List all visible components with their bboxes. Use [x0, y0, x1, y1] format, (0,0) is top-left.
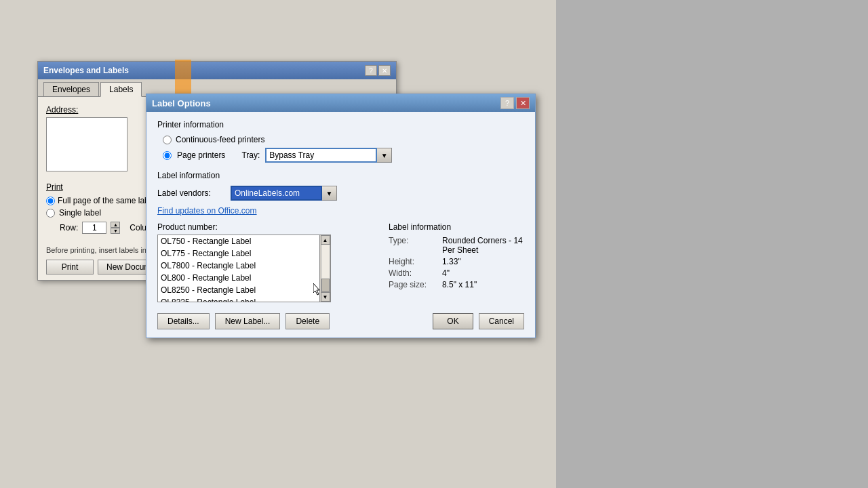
label-pagesize-val: 8.5" x 11" — [442, 280, 477, 289]
label-info-section: Label information Label vendors: OnlineL… — [157, 171, 524, 201]
list-item[interactable]: OL7800 - Rectangle Label — [158, 260, 319, 272]
scroll-thumb[interactable] — [321, 279, 330, 292]
label-info-panel-title: Label information — [389, 222, 524, 232]
label-height-row: Height: 1.33" — [389, 257, 524, 266]
list-item[interactable]: OL750 - Rectangle Label — [158, 235, 319, 247]
label-type-val: Rounded Corners - 14 Per Sheet — [442, 236, 524, 255]
label-width-val: 4" — [442, 268, 450, 278]
page-printers-label: Page printers — [177, 150, 225, 160]
new-label-button[interactable]: New Label... — [215, 313, 281, 329]
vendor-label: Label vendors: — [157, 188, 225, 198]
details-button[interactable]: Details... — [157, 313, 210, 329]
label-type-key: Type: — [389, 236, 439, 255]
label-pagesize-row: Page size: 8.5" x 11" — [389, 280, 524, 289]
label-footer-right: OK Cancel — [433, 313, 524, 329]
ok-button[interactable]: OK — [433, 313, 473, 329]
label-close-button[interactable]: ✕ — [516, 97, 530, 109]
page-printers-row: Page printers Tray: ▼ — [163, 148, 524, 163]
product-list: OL750 - Rectangle Label OL775 - Rectangl… — [157, 235, 320, 302]
label-cancel-button[interactable]: Cancel — [479, 313, 524, 329]
row-spinbox-up[interactable]: ▲ — [111, 222, 120, 228]
printer-info-title: Printer information — [157, 120, 524, 129]
label-titlebar-buttons: ? ✕ — [500, 97, 530, 109]
scroll-up-button[interactable]: ▲ — [321, 235, 330, 245]
vendor-row: Label vendors: OnlineLabels.com ▼ — [157, 186, 524, 201]
continuous-feed-row: Continuous-feed printers — [163, 135, 524, 144]
label-info-panel: Label information Type: Rounded Corners … — [389, 222, 524, 302]
tray-select[interactable] — [265, 148, 377, 163]
full-page-label: Full page of the same label — [58, 196, 155, 205]
scroll-down-button[interactable]: ▼ — [321, 292, 330, 302]
product-number-label: Product number: — [157, 222, 380, 232]
label-width-row: Width: 4" — [389, 268, 524, 278]
tab-labels[interactable]: Labels — [100, 82, 142, 97]
printer-radio-group: Continuous-feed printers Page printers T… — [163, 135, 524, 163]
product-section: Product number: OL750 - Rectangle Label … — [157, 222, 380, 302]
label-width-key: Width: — [389, 268, 439, 278]
continuous-feed-label: Continuous-feed printers — [176, 135, 264, 144]
env-dialog-title: Envelopes and Labels — [43, 66, 129, 75]
label-options-dialog: Label Options ? ✕ Printer information Co… — [146, 94, 536, 338]
tray-dropdown: ▼ — [265, 148, 392, 163]
list-item[interactable]: OL800 - Rectangle Label — [158, 272, 319, 284]
env-dialog-titlebar: Envelopes and Labels ? ✕ — [38, 62, 396, 79]
page-printers-radio[interactable] — [163, 151, 172, 160]
full-page-radio[interactable] — [46, 197, 55, 205]
address-box[interactable] — [46, 117, 127, 171]
printer-info-section: Printer information Continuous-feed prin… — [157, 120, 524, 163]
row-spinbox-arrows: ▲ ▼ — [111, 222, 120, 234]
scroll-track — [321, 245, 330, 292]
label-dialog-title: Label Options — [152, 98, 211, 108]
env-help-button[interactable]: ? — [365, 65, 377, 76]
product-label-area: Product number: OL750 - Rectangle Label … — [157, 222, 524, 302]
background-right — [556, 0, 868, 488]
label-footer-buttons: Details... New Label... Delete OK Cancel — [157, 310, 524, 329]
product-scrollbar: ▲ ▼ — [320, 235, 331, 302]
env-close-button[interactable]: ✕ — [378, 65, 391, 76]
tab-envelopes[interactable]: Envelopes — [43, 82, 99, 96]
row-spinbox-down[interactable]: ▼ — [111, 228, 120, 234]
list-item[interactable]: OL775 - Rectangle Label — [158, 247, 319, 260]
vendor-dropdown: OnlineLabels.com ▼ — [231, 186, 337, 201]
row-spinbox[interactable] — [82, 222, 106, 234]
vendor-dropdown-button[interactable]: ▼ — [322, 186, 337, 201]
label-info-table: Type: Rounded Corners - 14 Per Sheet Hei… — [389, 236, 524, 289]
print-button[interactable]: Print — [46, 260, 94, 274]
label-type-row: Type: Rounded Corners - 14 Per Sheet — [389, 236, 524, 255]
product-list-container: OL750 - Rectangle Label OL775 - Rectangl… — [157, 235, 380, 302]
delete-button[interactable]: Delete — [285, 313, 330, 329]
label-info-title: Label information — [157, 171, 524, 180]
row-label: Row: — [60, 223, 78, 232]
label-help-button[interactable]: ? — [500, 97, 514, 109]
tray-label: Tray: — [241, 150, 260, 160]
single-label-radio[interactable] — [46, 209, 55, 218]
tray-dropdown-button[interactable]: ▼ — [377, 148, 392, 163]
label-height-key: Height: — [389, 257, 439, 266]
label-body: Printer information Continuous-feed prin… — [146, 112, 535, 338]
list-item[interactable]: OL8250 - Rectangle Label — [158, 284, 319, 296]
env-titlebar-buttons: ? ✕ — [365, 65, 391, 76]
label-height-val: 1.33" — [442, 257, 461, 266]
continuous-feed-radio[interactable] — [163, 136, 172, 144]
single-label-label: Single label — [59, 208, 101, 218]
find-updates-link[interactable]: Find updates on Office.com — [157, 206, 524, 216]
vendor-select[interactable]: OnlineLabels.com — [231, 186, 322, 201]
list-item[interactable]: OL8325 - Rectangle Label — [158, 296, 319, 302]
label-dialog-titlebar: Label Options ? ✕ — [146, 94, 535, 112]
label-pagesize-key: Page size: — [389, 280, 439, 289]
